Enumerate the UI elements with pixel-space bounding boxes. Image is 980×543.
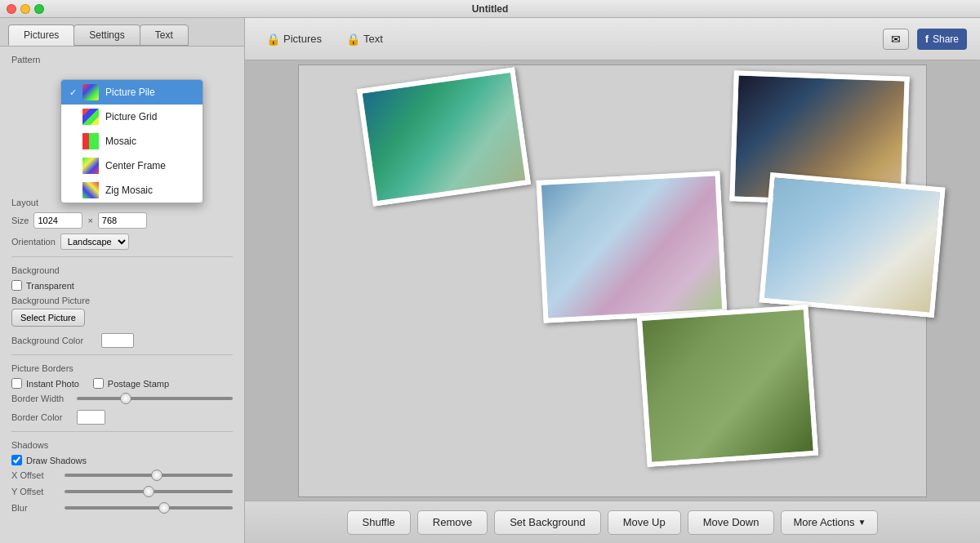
photo-5[interactable] <box>637 304 818 466</box>
shuffle-button[interactable]: Shuffle <box>347 510 411 535</box>
divider-3 <box>11 431 233 432</box>
remove-button[interactable]: Remove <box>417 510 488 535</box>
blur-row: Blur <box>11 503 233 513</box>
check-icon: ✓ <box>69 87 79 98</box>
pattern-row: Pattern ✓ Picture Pile Picture Grid <box>11 55 233 65</box>
dropdown-item-picture-pile[interactable]: ✓ Picture Pile <box>61 80 203 105</box>
pictures-toolbar-btn[interactable]: 🔒 Pictures <box>258 29 330 49</box>
instant-photo-checkbox[interactable] <box>11 378 22 389</box>
minimize-button[interactable] <box>20 4 30 14</box>
email-icon: ✉ <box>891 33 901 46</box>
bg-color-row: Background Color <box>11 333 233 348</box>
blur-slider-container <box>65 506 233 510</box>
blur-label: Blur <box>11 503 65 513</box>
border-color-swatch[interactable] <box>77 410 105 425</box>
orientation-select[interactable]: Landscape Portrait <box>60 234 129 250</box>
photo-1[interactable] <box>357 67 531 207</box>
facebook-icon: f <box>925 33 929 45</box>
blur-slider[interactable] <box>65 506 233 510</box>
orientation-label: Orientation <box>11 237 56 247</box>
y-offset-label: Y Offset <box>11 487 65 496</box>
y-offset-slider-container <box>65 490 233 493</box>
bg-color-swatch[interactable] <box>101 333 134 348</box>
left-panel: Pictures Settings Text Pattern ✓ Picture… <box>0 18 245 543</box>
bottom-toolbar: Shuffle Remove Set Background Move Up Mo… <box>245 501 980 543</box>
panel-content: Pattern ✓ Picture Pile Picture Grid <box>0 47 244 543</box>
x-offset-label: X Offset <box>11 470 65 480</box>
center-icon <box>82 158 99 174</box>
email-button[interactable]: ✉ <box>883 29 909 50</box>
close-button[interactable] <box>7 4 16 14</box>
size-label: Size <box>11 216 29 225</box>
picture-borders-label: Picture Borders <box>11 363 233 373</box>
draw-shadows-checkbox[interactable] <box>11 455 22 465</box>
dropdown-item-picture-grid[interactable]: Picture Grid <box>61 105 203 129</box>
size-width-input[interactable] <box>33 212 82 229</box>
maximize-button[interactable] <box>34 4 44 14</box>
transparent-checkbox[interactable] <box>11 280 22 291</box>
right-area: 🔒 Pictures 🔒 Text ✉ f Share <box>245 18 980 543</box>
y-offset-row: Y Offset <box>11 487 233 496</box>
x-offset-slider-container <box>65 474 233 477</box>
draw-shadows-label: Draw Shadows <box>26 456 87 465</box>
text-btn-label: Text <box>363 33 383 45</box>
shadows-label: Shadows <box>11 440 233 450</box>
dropdown-item-center-frame[interactable]: Center Frame <box>61 154 203 178</box>
border-color-label: Border Color <box>11 412 77 422</box>
zig-icon <box>82 182 99 198</box>
top-toolbar: 🔒 Pictures 🔒 Text ✉ f Share <box>245 18 980 60</box>
move-up-button[interactable]: Move Up <box>608 510 681 535</box>
transparent-label: Transparent <box>26 281 74 291</box>
more-actions-button[interactable]: More Actions ▼ <box>781 510 878 535</box>
x-offset-slider[interactable] <box>65 474 233 477</box>
size-height-input[interactable] <box>98 212 147 229</box>
select-picture-button[interactable]: Select Picture <box>11 309 85 327</box>
bg-picture-label: Background Picture <box>11 296 233 305</box>
dropdown-item-mosaic[interactable]: Mosaic <box>61 129 203 154</box>
border-width-slider[interactable] <box>77 397 233 400</box>
share-button[interactable]: f Share <box>917 29 967 50</box>
photo-3[interactable] <box>537 171 728 323</box>
more-actions-label: More Actions <box>793 516 854 528</box>
pattern-label: Pattern <box>11 55 81 65</box>
canvas-area <box>245 60 980 501</box>
divider-2 <box>11 354 233 355</box>
y-offset-slider[interactable] <box>65 490 233 493</box>
move-down-button[interactable]: Move Down <box>688 510 775 535</box>
borders-checkboxes-row: Instant Photo Postage Stamp <box>11 378 233 389</box>
tab-text[interactable]: Text <box>140 24 189 46</box>
transparent-row: Transparent <box>11 280 233 291</box>
chevron-down-icon: ▼ <box>858 518 866 527</box>
title-bar: Untitled <box>0 0 980 18</box>
background-section-label: Background <box>11 265 233 275</box>
share-btn-label: Share <box>933 33 959 45</box>
toolbar-left: 🔒 Pictures 🔒 Text <box>258 29 391 49</box>
border-width-label: Border Width <box>11 394 77 403</box>
mosaic-icon <box>82 133 99 149</box>
border-color-row: Border Color <box>11 410 233 425</box>
canvas-background <box>298 65 927 497</box>
tab-pictures[interactable]: Pictures <box>8 24 74 46</box>
toolbar-right: ✉ f Share <box>883 29 967 50</box>
instant-photo-label: Instant Photo <box>26 379 79 389</box>
border-width-row: Border Width <box>11 394 233 403</box>
postage-stamp-checkbox[interactable] <box>93 378 104 389</box>
traffic-lights <box>7 4 44 14</box>
bg-color-label: Background Color <box>11 336 101 345</box>
pile-icon <box>82 84 99 100</box>
grid-icon <box>82 109 99 125</box>
tab-settings[interactable]: Settings <box>74 24 140 46</box>
orientation-row: Orientation Landscape Portrait <box>11 234 233 250</box>
dropdown-item-zig-mosaic[interactable]: Zig Mosaic <box>61 178 203 203</box>
text-toolbar-btn[interactable]: 🔒 Text <box>338 29 391 49</box>
pattern-dropdown-menu[interactable]: ✓ Picture Pile Picture Grid Mosaic <box>60 79 203 203</box>
border-width-slider-container <box>77 397 233 400</box>
tab-bar: Pictures Settings Text <box>0 18 244 47</box>
lock-text-icon: 🔒 <box>346 33 360 46</box>
pictures-btn-label: Pictures <box>283 33 322 45</box>
set-background-button[interactable]: Set Background <box>494 510 601 535</box>
photo-4[interactable] <box>759 171 945 317</box>
window-title: Untitled <box>472 3 509 15</box>
size-row: Size × <box>11 212 233 229</box>
x-offset-row: X Offset <box>11 470 233 480</box>
